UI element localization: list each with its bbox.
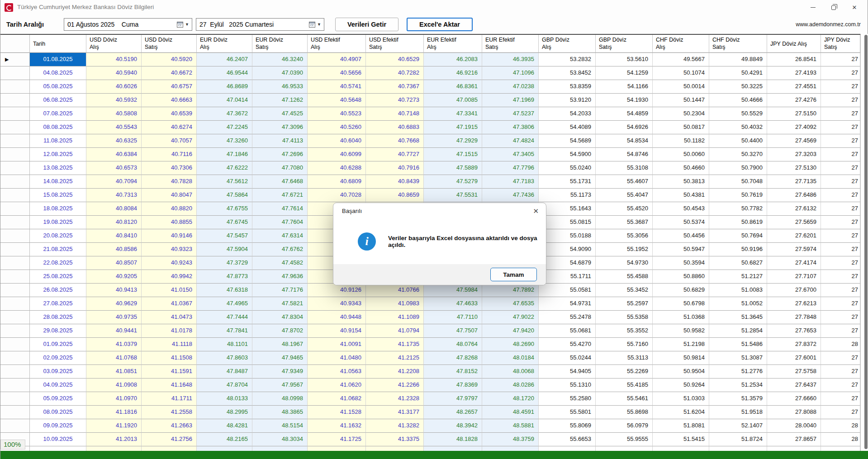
cell-chf_a[interactable]: 50.1182 — [653, 134, 709, 148]
cell-eur_ef_a[interactable]: 48.2657 — [424, 406, 482, 419]
cell-eur_s[interactable]: 47.9465 — [252, 351, 308, 365]
cell-gbp_s[interactable]: 55.9555 — [596, 433, 653, 446]
cell-usd_ef_a[interactable]: 41.1528 — [308, 406, 366, 419]
cell-usd_s[interactable]: 40.9323 — [142, 243, 197, 256]
cell-usd_ef_s[interactable]: 41.2125 — [366, 351, 424, 365]
cell-usd_a[interactable]: 40.5940 — [86, 66, 142, 80]
cell-usd_s[interactable]: 40.6539 — [142, 107, 197, 121]
cell-gbp_s[interactable]: 55.3113 — [596, 351, 653, 365]
cell-usd_ef_s[interactable]: 41.3282 — [366, 419, 424, 433]
cell-eur_ef_a[interactable]: 47.9797 — [424, 392, 482, 406]
cell-usd_s[interactable]: 40.8047 — [142, 189, 197, 202]
cell-gbp_s[interactable]: 55.4047 — [596, 189, 653, 202]
cell-chf_s[interactable]: 50.7694 — [709, 229, 767, 243]
cell-usd_ef_a[interactable]: 40.6809 — [308, 175, 366, 189]
cell-usd_ef_a[interactable]: 41.1725 — [308, 433, 366, 446]
row-selector[interactable] — [0, 379, 30, 392]
cell-eur_ef_s[interactable]: 47.1969 — [482, 94, 539, 107]
cell-chf_a[interactable]: 50.4660 — [653, 161, 709, 175]
cell-jpy_a[interactable]: 27.5758 — [767, 365, 821, 379]
cell-eur_a[interactable]: 47.5612 — [197, 175, 252, 189]
cell-usd_a[interactable]: 40.6325 — [86, 134, 142, 148]
cell-jpy_s[interactable]: 27 — [821, 175, 860, 189]
cell-jpy_a[interactable]: 27.4276 — [767, 94, 821, 107]
cell-jpy_s[interactable]: 27 — [821, 270, 860, 284]
cell-usd_ef_a[interactable]: 40.5523 — [308, 107, 366, 121]
cell-jpy_a[interactable]: 27.4569 — [767, 134, 821, 148]
cell-jpy_a[interactable]: 27.3203 — [767, 148, 821, 161]
cell-eur_s[interactable]: 47.5821 — [252, 297, 308, 311]
cell-gbp_s[interactable]: 55.1952 — [596, 243, 653, 256]
cell-gbp_a[interactable]: 54.9731 — [539, 297, 596, 311]
cell-usd_s[interactable]: 41.0178 — [142, 324, 197, 338]
cell-jpy_a[interactable]: 27.6437 — [767, 379, 821, 392]
cell-usd_s[interactable]: 40.8855 — [142, 216, 197, 229]
cell-eur_ef_a[interactable]: 47.8369 — [424, 379, 482, 392]
cell-usd_a[interactable]: 40.9205 — [86, 270, 142, 284]
cell-date[interactable]: 08.08.2025 — [30, 121, 86, 134]
cell-eur_s[interactable]: 47.8702 — [252, 324, 308, 338]
cell-eur_ef_s[interactable]: 47.5237 — [482, 107, 539, 121]
col-header-usd_s[interactable]: USD DövizSatış — [142, 35, 197, 53]
cell-usd_ef_s[interactable] — [366, 446, 424, 451]
cell-usd_s[interactable]: 41.0367 — [142, 297, 197, 311]
cell-chf_a[interactable]: 50.9814 — [653, 351, 709, 365]
cell-eur_ef_s[interactable]: 47.9022 — [482, 311, 539, 324]
cell-chf_a[interactable]: 50.1074 — [653, 66, 709, 80]
cell-eur_ef_a[interactable]: 47.7110 — [424, 311, 482, 324]
cell-usd_s[interactable]: 41.2756 — [142, 433, 197, 446]
cell-chf_s[interactable]: 51.0052 — [709, 297, 767, 311]
cell-jpy_a[interactable]: 27.8657 — [767, 433, 821, 446]
row-selector[interactable] — [0, 121, 30, 134]
cell-chf_s[interactable]: 50.8619 — [709, 216, 767, 229]
row-selector[interactable] — [0, 284, 30, 297]
cell-eur_ef_s[interactable]: 47.7796 — [482, 161, 539, 175]
cell-gbp_s[interactable]: 54.9730 — [596, 256, 653, 270]
cell-chf_a[interactable]: 50.3813 — [653, 175, 709, 189]
cell-date[interactable]: 27.08.2025 — [30, 297, 86, 311]
row-selector[interactable] — [0, 243, 30, 256]
row-selector[interactable] — [0, 311, 30, 324]
cell-date[interactable]: 20.08.2025 — [30, 229, 86, 243]
cell-eur_ef_a[interactable]: 47.0085 — [424, 94, 482, 107]
cell-eur_s[interactable]: 47.9636 — [252, 270, 308, 284]
cell-usd_s[interactable]: 41.0150 — [142, 284, 197, 297]
cell-usd_s[interactable]: 41.1508 — [142, 351, 197, 365]
row-selector[interactable] — [0, 229, 30, 243]
cell-chf_a[interactable]: 50.9264 — [653, 379, 709, 392]
cell-usd_s[interactable]: 40.7057 — [142, 134, 197, 148]
cell-jpy_s[interactable]: 27 — [821, 365, 860, 379]
cell-usd_a[interactable]: 41.0970 — [86, 392, 142, 406]
cell-usd_a[interactable]: 40.5190 — [86, 53, 142, 66]
cell-jpy_a[interactable]: 27.6700 — [767, 284, 821, 297]
cell-eur_ef_a[interactable]: 47.5984 — [424, 284, 482, 297]
cell-eur_a[interactable]: 47.6745 — [197, 216, 252, 229]
cell-eur_s[interactable]: 47.7604 — [252, 216, 308, 229]
cell-eur_a[interactable]: 47.6318 — [197, 284, 252, 297]
cell-eur_ef_s[interactable]: 48.3759 — [482, 433, 539, 446]
cell-jpy_a[interactable]: 26.8541 — [767, 53, 821, 66]
cell-eur_ef_a[interactable]: 47.4633 — [424, 297, 482, 311]
cell-gbp_a[interactable]: 55.1310 — [539, 379, 596, 392]
cell-gbp_s[interactable]: 55.4607 — [596, 175, 653, 189]
cell-eur_a[interactable]: 47.2245 — [197, 121, 252, 134]
cell-chf_s[interactable]: 51.2127 — [709, 270, 767, 284]
cell-jpy_a[interactable]: 27.6486 — [767, 189, 821, 202]
row-selector[interactable] — [0, 107, 30, 121]
cell-jpy_a[interactable]: 27.4193 — [767, 66, 821, 80]
cell-chf_a[interactable]: 51.6204 — [653, 406, 709, 419]
cell-gbp_a[interactable]: 55.1731 — [539, 175, 596, 189]
cell-usd_s[interactable]: 40.6672 — [142, 66, 197, 80]
cell-gbp_a[interactable]: 55.0240 — [539, 161, 596, 175]
cell-eur_s[interactable]: 47.4525 — [252, 107, 308, 121]
cell-gbp_s[interactable]: 54.8746 — [596, 148, 653, 161]
cell-usd_a[interactable]: 40.5543 — [86, 121, 142, 134]
cell-usd_ef_s[interactable]: 40.7916 — [366, 161, 424, 175]
cell-chf_a[interactable]: 51.5415 — [653, 433, 709, 446]
cell-gbp_a[interactable]: 53.8359 — [539, 80, 596, 94]
cell-eur_ef_s[interactable]: 48.4591 — [482, 406, 539, 419]
cell-eur_s[interactable]: 48.5154 — [252, 419, 308, 433]
cell-eur_ef_a[interactable]: 46.2083 — [424, 53, 482, 66]
cell-chf_s[interactable]: 50.4032 — [709, 121, 767, 134]
cell-jpy_s[interactable]: 28 — [821, 433, 860, 446]
